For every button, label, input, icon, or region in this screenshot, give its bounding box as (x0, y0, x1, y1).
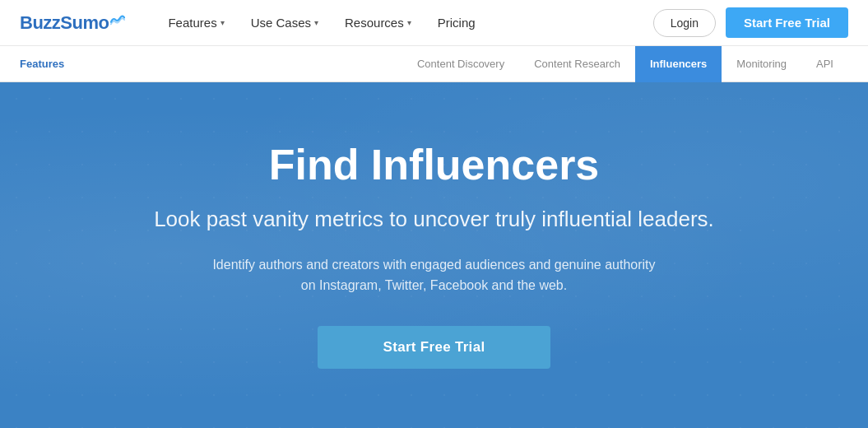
sub-nav-influencers[interactable]: Influencers (635, 46, 722, 82)
sub-nav-content-research[interactable]: Content Research (519, 46, 635, 82)
logo-text: BuzzSumo (20, 12, 109, 34)
nav-links: Features ▾ Use Cases ▾ Resources ▾ Prici… (158, 9, 652, 36)
chevron-down-icon: ▾ (407, 18, 411, 27)
nav-actions: Login Start Free Trial (653, 7, 848, 38)
sub-nav-section-label: Features (20, 58, 64, 70)
nav-pricing[interactable]: Pricing (428, 9, 485, 36)
logo-wave-icon (110, 14, 125, 26)
nav-use-cases[interactable]: Use Cases ▾ (241, 9, 328, 36)
chevron-down-icon: ▾ (220, 18, 225, 27)
start-trial-button[interactable]: Start Free Trial (726, 7, 848, 38)
hero-subtitle: Look past vanity metrics to uncover trul… (154, 205, 714, 234)
logo[interactable]: BuzzSumo (20, 12, 125, 34)
chevron-down-icon: ▾ (314, 18, 318, 27)
nav-pricing-label: Pricing (438, 16, 476, 30)
login-button[interactable]: Login (653, 9, 716, 37)
sub-navbar: Features Content Discovery Content Resea… (0, 46, 868, 82)
nav-resources[interactable]: Resources ▾ (335, 9, 421, 36)
nav-use-cases-label: Use Cases (251, 16, 311, 30)
hero-content: Find Influencers Look past vanity metric… (154, 142, 714, 368)
nav-features-label: Features (168, 16, 216, 30)
hero-title: Find Influencers (154, 142, 714, 188)
sub-nav-content-discovery[interactable]: Content Discovery (402, 46, 519, 82)
hero-section: Find Influencers Look past vanity metric… (0, 82, 868, 428)
nav-features[interactable]: Features ▾ (158, 9, 234, 36)
hero-description: Identify authors and creators with engag… (203, 254, 664, 296)
nav-resources-label: Resources (345, 16, 404, 30)
sub-nav-links: Content Discovery Content Research Influ… (402, 46, 848, 82)
sub-nav-monitoring[interactable]: Monitoring (722, 46, 801, 82)
main-navbar: BuzzSumo Features ▾ Use Cases ▾ Resource… (0, 0, 868, 46)
hero-cta-button[interactable]: Start Free Trial (318, 326, 551, 369)
sub-nav-api[interactable]: API (801, 46, 848, 82)
